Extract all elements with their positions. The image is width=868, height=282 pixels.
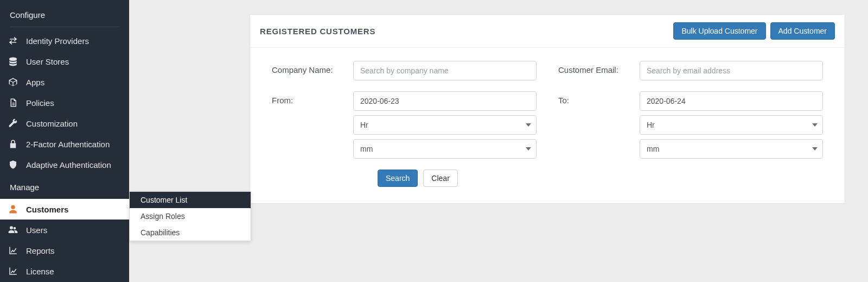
box-icon (8, 77, 18, 87)
sidebar-item-customers[interactable]: Customers (0, 199, 129, 220)
panel-body: Company Name: Customer Email: From: (250, 48, 845, 203)
customer-email-input[interactable] (640, 61, 823, 80)
sidebar-item-identity-providers[interactable]: Identity Providers (0, 30, 129, 51)
chart-icon (8, 245, 18, 256)
user-icon (8, 204, 18, 215)
sidebar-item-license[interactable]: License (0, 261, 129, 281)
sidebar-item-label: Customization (26, 119, 78, 128)
sidebar-item-customization[interactable]: Customization (0, 113, 129, 134)
submenu-item-capabilities[interactable]: Capabilities (130, 224, 251, 241)
sidebar-item-user-stores[interactable]: User Stores (0, 51, 129, 72)
sidebar-item-label: Apps (26, 78, 44, 87)
from-label: From: (272, 91, 337, 105)
to-date-input[interactable] (640, 91, 823, 111)
lock-icon (8, 139, 18, 149)
sidebar-item-label: Adaptive Authentication (26, 160, 111, 170)
sidebar-item-label: Reports (26, 246, 55, 255)
sidebar-item-label: Policies (26, 98, 54, 108)
search-button[interactable]: Search (378, 170, 418, 187)
sidebar-item-apps[interactable]: Apps (0, 72, 129, 92)
panel-header: REGISTERED CUSTOMERS Bulk Upload Custome… (250, 15, 845, 48)
sidebar-item-label: Users (26, 225, 47, 235)
to-hour-select[interactable]: Hr (640, 115, 823, 135)
bulk-upload-customer-button[interactable]: Bulk Upload Customer (673, 22, 765, 40)
company-name-label: Company Name: (272, 61, 337, 74)
sidebar-item-reports[interactable]: Reports (0, 240, 129, 261)
submenu-item-assign-roles[interactable]: Assign Roles (130, 208, 251, 224)
sidebar-item-label: User Stores (26, 57, 69, 66)
to-minute-select[interactable]: mm (640, 139, 823, 159)
from-hour-select[interactable]: Hr (353, 115, 537, 135)
header-buttons: Bulk Upload Customer Add Customer (673, 22, 835, 40)
sidebar-item-users[interactable]: Users (0, 220, 129, 240)
clear-button[interactable]: Clear (423, 170, 457, 187)
sidebar-item-policies[interactable]: Policies (0, 92, 129, 113)
sidebar: Configure Identity Providers User Stores… (0, 0, 129, 282)
sidebar-item-label: 2-Factor Authentication (26, 140, 110, 149)
sidebar-divider (10, 27, 119, 27)
sidebar-section-manage: Manage (0, 175, 129, 199)
from-date-input[interactable] (353, 91, 537, 111)
wrench-icon (8, 118, 18, 129)
chart-icon (8, 266, 18, 277)
sidebar-item-2fa[interactable]: 2-Factor Authentication (0, 134, 129, 154)
add-customer-button[interactable]: Add Customer (770, 22, 835, 40)
registered-customers-panel: REGISTERED CUSTOMERS Bulk Upload Custome… (250, 14, 845, 204)
sidebar-section-configure: Configure (0, 8, 129, 27)
database-icon (8, 56, 18, 67)
submenu-item-customer-list[interactable]: Customer List (130, 192, 251, 208)
to-label: To: (558, 91, 623, 105)
customers-submenu: Customer List Assign Roles Capabilities (129, 191, 251, 241)
sidebar-item-label: Identity Providers (26, 36, 89, 46)
from-minute-select[interactable]: mm (353, 139, 537, 159)
customer-email-label: Customer Email: (558, 61, 623, 74)
sidebar-item-adaptive-auth[interactable]: Adaptive Authentication (0, 154, 129, 175)
company-name-input[interactable] (353, 61, 537, 80)
document-icon (8, 97, 18, 108)
sidebar-item-label: License (26, 267, 54, 276)
panel-title: REGISTERED CUSTOMERS (260, 27, 375, 36)
users-icon (8, 224, 18, 235)
exchange-icon (8, 35, 18, 46)
shield-icon (8, 159, 18, 170)
sidebar-item-label: Customers (26, 205, 68, 214)
